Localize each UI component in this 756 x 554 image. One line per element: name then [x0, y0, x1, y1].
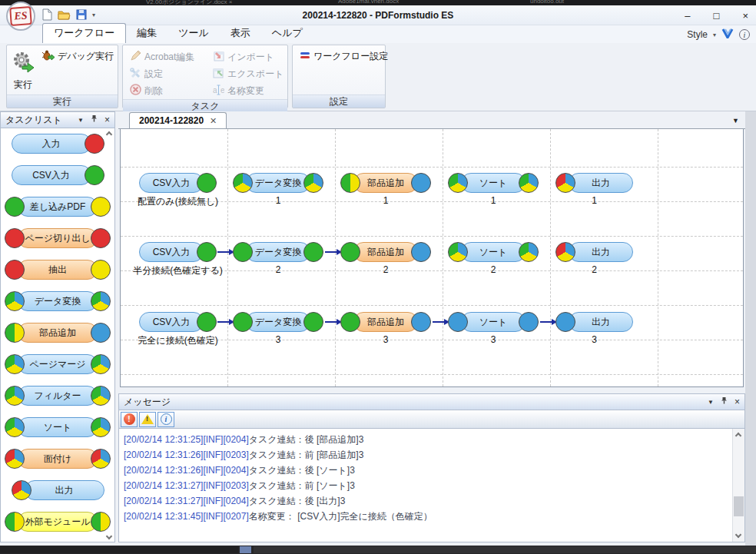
- scroll-up-icon[interactable]: [735, 433, 741, 439]
- node-input-port-circle[interactable]: [340, 173, 360, 193]
- tasklist-item[interactable]: フィルター: [5, 385, 110, 406]
- debug-run-button[interactable]: デバッグ実行: [39, 48, 116, 65]
- scroll-down-icon[interactable]: [106, 533, 112, 539]
- ribbon-tab[interactable]: ツール: [167, 24, 220, 43]
- tasklist-item[interactable]: CSV入力: [5, 164, 110, 186]
- workflow-canvas[interactable]: CSV入力 配置のみ(接続無し) データ変換 1: [120, 129, 744, 387]
- connector-arrow[interactable]: [325, 251, 340, 253]
- node-output-port-circle[interactable]: [197, 242, 217, 262]
- node-output-port-circle[interactable]: [303, 173, 323, 193]
- tasklist-item[interactable]: ソート: [5, 416, 110, 438]
- save-icon[interactable]: [76, 9, 87, 20]
- node-output-port-circle[interactable]: [303, 242, 323, 262]
- filter-info-button[interactable]: i: [158, 412, 174, 427]
- node-input-port-circle[interactable]: [555, 173, 575, 193]
- node-input-port-circle[interactable]: [340, 242, 360, 262]
- node-pill-label[interactable]: 部品追加: [353, 173, 418, 193]
- connector-arrow[interactable]: [540, 321, 555, 323]
- connector-arrow[interactable]: [217, 321, 233, 323]
- node-output-port-circle[interactable]: [519, 312, 539, 332]
- node-input-port-circle[interactable]: [233, 173, 253, 193]
- tasklist-item[interactable]: 部品追加: [5, 322, 110, 343]
- node-pill-label[interactable]: データ変換: [246, 312, 310, 332]
- import-button[interactable]: インポート: [211, 49, 284, 65]
- node-output-port-circle[interactable]: [411, 173, 431, 193]
- workflow-task-node[interactable]: CSV入力 半分接続(色確定する): [139, 241, 217, 263]
- workflow-task-node[interactable]: 出力 1: [555, 172, 633, 194]
- run-button[interactable]: 実行: [12, 48, 35, 95]
- panel-close-icon[interactable]: ×: [734, 396, 740, 407]
- tasklist-item[interactable]: 差し込みPDF: [5, 196, 110, 217]
- style-dropdown-icon[interactable]: ▾: [713, 32, 716, 38]
- node-pill-label[interactable]: 部品追加: [353, 312, 418, 332]
- node-input-port-circle[interactable]: [448, 242, 468, 262]
- panel-close-icon[interactable]: ×: [104, 114, 110, 125]
- delete-button[interactable]: 削除: [128, 83, 211, 99]
- node-pill-label[interactable]: 出力: [569, 312, 633, 332]
- node-pill-label[interactable]: データ変換: [246, 242, 310, 262]
- workflow-task-node[interactable]: データ変換 3: [233, 311, 323, 333]
- style-selector[interactable]: Style: [687, 29, 708, 40]
- rename-button[interactable]: ae 名称変更: [211, 83, 284, 99]
- node-pill-label[interactable]: CSV入力: [139, 242, 204, 262]
- node-input-port-circle[interactable]: [555, 242, 575, 262]
- tasklist-item[interactable]: 外部モジュール: [5, 511, 110, 532]
- tasklist-item[interactable]: 入力: [5, 133, 110, 154]
- workflow-task-node[interactable]: 出力 2: [555, 241, 633, 263]
- close-button[interactable]: ×: [742, 10, 748, 22]
- export-button[interactable]: エクスポート: [211, 66, 284, 82]
- node-pill-label[interactable]: 出力: [569, 173, 633, 193]
- tab-close-icon[interactable]: ✕: [210, 116, 217, 126]
- node-pill-label[interactable]: 部品追加: [353, 242, 418, 262]
- tasklist-item[interactable]: 面付け: [5, 448, 110, 469]
- node-input-port-circle[interactable]: [448, 173, 468, 193]
- workflow-settings-button[interactable]: ワークフロー設定: [297, 48, 390, 65]
- node-output-port-circle[interactable]: [303, 312, 323, 332]
- workflow-task-node[interactable]: データ変換 2: [233, 241, 323, 263]
- tasklist-item[interactable]: ページマージ: [5, 353, 110, 375]
- minimize-button[interactable]: –: [685, 10, 690, 22]
- node-output-port-circle[interactable]: [519, 242, 539, 262]
- node-output-port-circle[interactable]: [519, 173, 539, 193]
- workflow-task-node[interactable]: ソート 2: [448, 241, 539, 263]
- node-pill-label[interactable]: ソート: [461, 312, 526, 332]
- message-scrollbar[interactable]: [732, 429, 744, 542]
- node-output-port-circle[interactable]: [411, 242, 431, 262]
- message-list[interactable]: [20/02/14 12:31:25][INF][0204]タスク連結：後 [部…: [118, 429, 745, 542]
- workflow-task-node[interactable]: ソート 3: [448, 311, 539, 333]
- maximize-button[interactable]: □: [714, 10, 720, 22]
- node-pill-label[interactable]: CSV入力: [139, 312, 204, 332]
- help-info-icon[interactable]: i: [739, 29, 750, 40]
- node-output-port-circle[interactable]: [197, 312, 217, 332]
- tab-list-dropdown-icon[interactable]: ▼: [732, 117, 739, 128]
- workflow-task-node[interactable]: 出力 3: [555, 311, 633, 333]
- workflow-task-node[interactable]: 部品追加 2: [340, 241, 431, 263]
- panel-menu-icon[interactable]: ▼: [708, 399, 714, 406]
- workflow-task-node[interactable]: CSV入力 完全に接続(色確定): [139, 311, 217, 333]
- connector-arrow[interactable]: [217, 251, 233, 253]
- node-output-port-circle[interactable]: [197, 173, 217, 193]
- workflow-task-node[interactable]: CSV入力 配置のみ(接続無し): [139, 172, 217, 194]
- node-output-port-circle[interactable]: [411, 312, 431, 332]
- tasklist-item[interactable]: 出力: [5, 479, 110, 501]
- workflow-task-node[interactable]: ソート 1: [448, 172, 539, 194]
- node-input-port-circle[interactable]: [233, 312, 253, 332]
- filter-warning-button[interactable]: [139, 412, 156, 427]
- tasklist-item[interactable]: ページ切り出し: [5, 227, 110, 249]
- scroll-down-icon[interactable]: [735, 532, 741, 538]
- workflow-task-node[interactable]: 部品追加 1: [340, 172, 431, 194]
- node-input-port-circle[interactable]: [555, 312, 575, 332]
- connector-arrow[interactable]: [433, 321, 448, 323]
- connector-arrow[interactable]: [325, 321, 340, 323]
- acrobat-edit-button[interactable]: Acrobat編集: [128, 49, 211, 65]
- panel-splitter-horizontal[interactable]: [118, 387, 745, 393]
- ribbon-tab[interactable]: 編集: [126, 24, 167, 43]
- ribbon-tab[interactable]: ヘルプ: [261, 24, 313, 43]
- node-pill-label[interactable]: ソート: [461, 173, 526, 193]
- node-input-port-circle[interactable]: [340, 312, 360, 332]
- workflow-task-node[interactable]: データ変換 1: [233, 172, 323, 194]
- node-pill-label[interactable]: ソート: [461, 242, 526, 262]
- node-pill-label[interactable]: CSV入力: [139, 173, 204, 193]
- node-input-port-circle[interactable]: [233, 242, 253, 262]
- pin-icon[interactable]: [720, 396, 728, 407]
